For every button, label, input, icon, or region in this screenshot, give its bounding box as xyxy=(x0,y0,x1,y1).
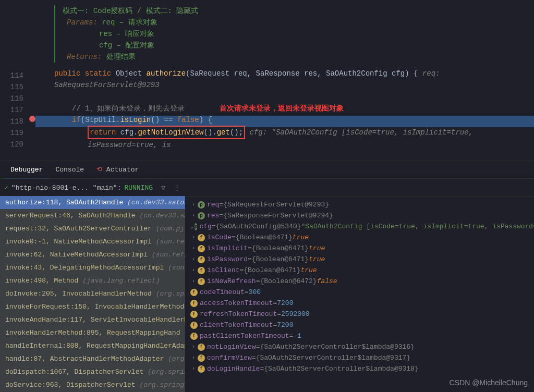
code-area[interactable]: 模式一: Code授权码 / 模式二: 隐藏式 Params: req – 请求… xyxy=(35,0,534,152)
field-badge-icon: f xyxy=(190,322,198,329)
expand-icon[interactable]: › xyxy=(190,278,197,284)
collapse-icon[interactable]: ⌄ xyxy=(190,224,193,230)
param-badge-icon: p xyxy=(195,223,197,230)
variables-panel[interactable]: ›preq = {SaRequestForServlet@9293} ›pres… xyxy=(185,196,534,392)
param-badge-icon: p xyxy=(198,201,205,209)
thread-status: RUNNING xyxy=(124,184,153,192)
javadoc-param: res – 响应对象 xyxy=(99,30,154,38)
breakpoint-column[interactable] xyxy=(29,0,35,152)
expand-icon[interactable]: › xyxy=(190,344,197,350)
breakpoint-icon[interactable] xyxy=(29,116,35,122)
stack-frame[interactable]: invokeAndHandle:117, ServletInvocableHan… xyxy=(0,313,185,326)
stack-frame[interactable]: invoke0:-1, NativeMethodAccessorImpl (su… xyxy=(0,235,185,248)
stack-frame[interactable]: doService:963, DispatcherServlet (org.sp… xyxy=(0,378,185,391)
expand-icon[interactable]: › xyxy=(190,202,197,207)
line-number: 115 xyxy=(0,81,29,93)
field-badge-icon: f xyxy=(198,365,205,373)
var-name[interactable]: req xyxy=(207,201,219,209)
field-badge-icon: f xyxy=(190,300,198,307)
stack-frame[interactable]: invoke:43, DelegatingMethodAccessorImpl … xyxy=(0,261,185,274)
expand-icon[interactable]: › xyxy=(190,246,197,251)
expand-icon[interactable]: › xyxy=(190,267,197,273)
line-number: 118 xyxy=(0,116,29,127)
var-value: "SaOAuth2Config [isCode=true, isImplicit… xyxy=(301,223,534,230)
field-badge-icon: f xyxy=(198,267,205,274)
line-number: 114 xyxy=(0,70,29,81)
stack-frame[interactable]: serverRequest:46, SaOAuth2Handle (cn.dev… xyxy=(0,209,185,222)
var-name[interactable]: res xyxy=(207,212,219,219)
filter-icon[interactable]: ▽ xyxy=(161,183,165,192)
stack-frame[interactable]: doDispatch:1067, DispatcherServlet (org.… xyxy=(0,365,185,378)
javadoc-return: 处理结果 xyxy=(106,53,136,61)
javadoc-param: req – 请求对象 xyxy=(102,18,157,27)
param-badge-icon: p xyxy=(198,212,205,219)
field-badge-icon: f xyxy=(198,278,205,285)
watermark: CSDN @MichelleChung xyxy=(450,378,528,387)
javadoc-param: cfg – 配置对象 xyxy=(99,41,154,50)
field-badge-icon: f xyxy=(190,333,198,340)
field-badge-icon: f xyxy=(190,311,198,318)
stack-frame[interactable]: handle:87, AbstractHandlerMethodAdapter … xyxy=(0,352,185,365)
stack-frame[interactable]: invokeHandlerMethod:895, RequestMappingH… xyxy=(0,326,185,339)
field-badge-icon: f xyxy=(198,256,205,263)
debug-tool-tabs: Debugger Console ⟲ Actuator xyxy=(0,161,534,179)
tab-console[interactable]: Console xyxy=(49,162,90,179)
method-name: authorize xyxy=(146,69,186,78)
debug-toolbar: ✓ "http-nio-8001-e... "main": RUNNING ▽ … xyxy=(0,178,534,197)
line-number: 117 xyxy=(0,104,29,116)
expand-icon[interactable]: › xyxy=(190,213,197,218)
javadoc-line: 模式一: Code授权码 / 模式二: 隐藏式 xyxy=(63,5,534,17)
stack-frame[interactable]: invoke:498, Method (java.lang.reflect) xyxy=(0,274,185,287)
highlight-box: return cfg.getNotLoginView().get(); xyxy=(88,126,245,139)
tab-debugger[interactable]: Debugger xyxy=(4,162,49,179)
keyword: static xyxy=(85,69,111,78)
field-badge-icon: f xyxy=(198,234,205,241)
stack-frame[interactable]: handleInternal:808, RequestMappingHandle… xyxy=(0,339,185,352)
comment: // 1、如果尚未登录，则先去登录 xyxy=(72,104,185,113)
type: Object xyxy=(116,69,142,78)
line-number: 119 xyxy=(0,127,29,139)
line-number: 120 xyxy=(0,139,29,150)
check-icon: ✓ xyxy=(4,183,8,192)
field-badge-icon: f xyxy=(198,354,205,362)
stack-frame[interactable]: invokeForRequest:150, InvocableHandlerMe… xyxy=(0,300,185,313)
annotation-label: 首次请求未登录，返回未登录视图对象 xyxy=(220,104,344,112)
line-number: 116 xyxy=(0,93,29,104)
code-editor[interactable]: 114 115 116 117 118 119 120 模式一: Code授权码… xyxy=(0,0,534,152)
stack-frame[interactable]: doInvoke:205, InvocableHandlerMethod (or… xyxy=(0,287,185,300)
expand-icon[interactable]: › xyxy=(190,256,197,262)
stack-frame[interactable]: authorize:118, SaOAuth2Handle (cn.dev33.… xyxy=(0,196,185,209)
frames-panel[interactable]: authorize:118, SaOAuth2Handle (cn.dev33.… xyxy=(0,196,185,392)
line-gutter: 114 115 116 117 118 119 120 xyxy=(0,0,29,150)
stack-frame[interactable]: request:32, SaOAuth2ServerController (co… xyxy=(0,222,185,235)
javadoc-tag: Params: xyxy=(67,18,98,27)
field-badge-icon: f xyxy=(190,289,198,296)
keyword: public xyxy=(54,69,80,78)
tab-actuator[interactable]: ⟲ Actuator xyxy=(90,161,145,179)
thread-selector[interactable]: "http-nio-8001-e... "main": xyxy=(11,184,122,192)
expand-icon[interactable]: › xyxy=(190,235,197,240)
var-value: {SaRequestForServlet@9293} xyxy=(223,201,329,209)
more-icon[interactable]: ⋮ xyxy=(174,183,180,192)
field-badge-icon: f xyxy=(198,344,205,351)
javadoc-tag: Returns: xyxy=(67,53,102,61)
var-value: {SaResponseForServlet@9294} xyxy=(223,212,333,219)
expand-icon[interactable]: › xyxy=(190,355,197,361)
field-badge-icon: f xyxy=(198,245,205,252)
expand-icon[interactable]: › xyxy=(190,366,197,372)
var-name[interactable]: cfg xyxy=(199,223,211,230)
stack-frame[interactable]: invoke:62, NativeMethodAccessorImpl (sun… xyxy=(0,248,185,261)
